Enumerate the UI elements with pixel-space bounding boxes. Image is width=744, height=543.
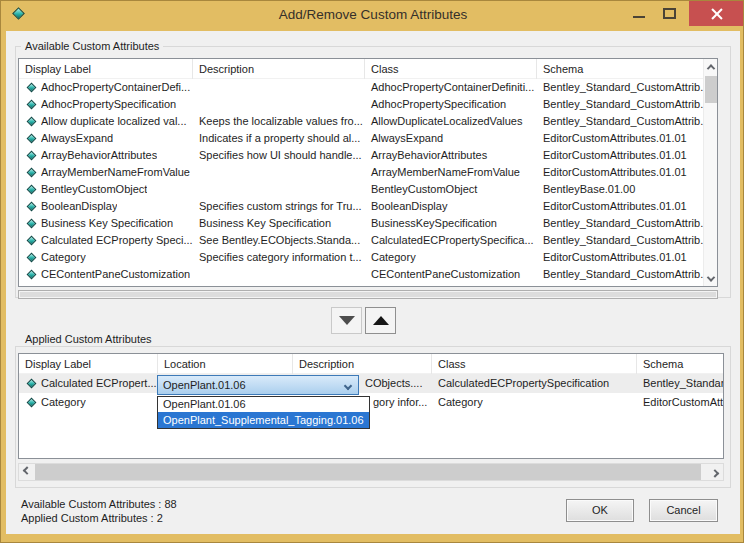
available-horizontal-scrollbar[interactable] bbox=[18, 290, 718, 299]
description-cell bbox=[193, 79, 365, 96]
scrollbar-thumb[interactable] bbox=[705, 76, 717, 103]
header-class[interactable]: Class bbox=[432, 354, 637, 374]
display-label-cell: Calculated ECProperty Speci... bbox=[41, 232, 193, 249]
table-row[interactable]: AdhocPropertyContainerDefi... AdhocPrope… bbox=[19, 79, 717, 96]
display-label-cell: BooleanDisplay bbox=[41, 198, 117, 215]
applied-table: Display Label Location Description Class… bbox=[18, 353, 724, 459]
applied-horizontal-scrollbar[interactable] bbox=[18, 463, 724, 481]
schema-cell: EditorCustomAttributes.01.01 bbox=[537, 198, 703, 215]
class-cell: AllowDuplicateLocalizedValues bbox=[365, 113, 537, 130]
ok-button[interactable]: OK bbox=[566, 499, 634, 522]
available-count-text: Available Custom Attributes : 88 bbox=[21, 498, 177, 510]
minimize-button[interactable] bbox=[625, 1, 653, 26]
display-label-cell: Calculated ECPropert... bbox=[41, 374, 157, 393]
description-cell bbox=[193, 266, 365, 283]
display-label-cell: Category bbox=[41, 249, 86, 266]
scroll-left-button[interactable] bbox=[19, 464, 35, 480]
header-location[interactable]: Location bbox=[158, 354, 293, 374]
display-label-cell: ArrayMemberNameFromValue bbox=[41, 164, 190, 181]
table-row[interactable]: AdhocPropertySpecification AdhocProperty… bbox=[19, 96, 717, 113]
chevron-up-icon bbox=[707, 64, 715, 72]
up-arrow-icon bbox=[373, 316, 389, 325]
description-cell: Specifies how UI should handle... bbox=[193, 147, 365, 164]
schema-cell: BentleyBase.01.00 bbox=[537, 181, 703, 198]
scrollbar-thumb[interactable] bbox=[20, 292, 716, 297]
table-row[interactable]: BentleyCustomObject BentleyCustomObject … bbox=[19, 181, 717, 198]
class-cell: ArrayMemberNameFromValue bbox=[365, 164, 537, 181]
class-cell: CalculatedECPropertySpecifica... bbox=[365, 232, 537, 249]
display-label-cell: CEContentPaneCustomization bbox=[41, 266, 190, 283]
description-cell: See Bentley.ECObjects.Standa... bbox=[193, 232, 365, 249]
header-class[interactable]: Class bbox=[365, 59, 537, 79]
schema-cell: Bentley_Standard_CustomAttrib... bbox=[537, 266, 703, 283]
header-description[interactable]: Description bbox=[193, 59, 365, 79]
display-label-cell: ArrayBehaviorAttributes bbox=[41, 147, 157, 164]
table-row[interactable]: CEContentPaneCustomization CEContentPane… bbox=[19, 266, 717, 283]
scrollbar-thumb[interactable] bbox=[35, 464, 701, 480]
vertical-scrollbar[interactable] bbox=[703, 59, 717, 286]
class-cell: BooleanDisplay bbox=[365, 198, 537, 215]
table-row[interactable]: Allow duplicate localized val... Keeps t… bbox=[19, 113, 717, 130]
attribute-diamond-icon bbox=[27, 219, 37, 229]
display-label-cell: AdhocPropertySpecification bbox=[41, 96, 176, 113]
header-display-label[interactable]: Display Label bbox=[19, 354, 158, 374]
description-cell: Specifies custom strings for Tru... bbox=[193, 198, 365, 215]
dialog-window: Add/Remove Custom Attributes Available C… bbox=[0, 0, 744, 543]
class-cell: CalculatedECPropertySpecification bbox=[432, 374, 637, 393]
class-cell: CEContentPaneCustomization bbox=[365, 266, 537, 283]
location-combobox-value: OpenPlant.01.06 bbox=[158, 376, 345, 395]
schema-cell: EditorCustomAttributes.01.01 bbox=[537, 249, 703, 266]
move-down-button[interactable] bbox=[331, 307, 362, 334]
class-cell: AdhocPropertySpecification bbox=[365, 96, 537, 113]
description-cell: Specifies category information t... bbox=[193, 249, 365, 266]
dropdown-option-highlighted[interactable]: OpenPlant_Supplemental_Tagging.01.06 bbox=[158, 412, 369, 428]
available-table: Display Label Description Class Schema A… bbox=[18, 58, 718, 287]
header-display-label[interactable]: Display Label bbox=[19, 59, 193, 79]
scroll-down-button[interactable] bbox=[704, 271, 718, 286]
close-button[interactable] bbox=[689, 1, 744, 26]
table-row[interactable]: AlwaysExpand Indicates if a property sho… bbox=[19, 130, 717, 147]
class-cell: BusinessKeySpecification bbox=[365, 215, 537, 232]
schema-cell: EditorCustomAttrib bbox=[637, 393, 723, 412]
schema-cell: EditorCustomAttributes.01.01 bbox=[537, 147, 703, 164]
table-row[interactable]: ArrayMemberNameFromValue ArrayMemberName… bbox=[19, 164, 717, 181]
class-cell: AlwaysExpand bbox=[365, 130, 537, 147]
header-description[interactable]: Description bbox=[293, 354, 432, 374]
chevron-down-icon bbox=[344, 382, 352, 390]
applied-table-header: Display Label Location Description Class… bbox=[19, 354, 723, 374]
description-cell bbox=[193, 164, 365, 181]
available-table-header: Display Label Description Class Schema bbox=[19, 59, 717, 79]
header-schema[interactable]: Schema bbox=[637, 354, 723, 374]
chevron-down-icon bbox=[707, 273, 715, 281]
table-row[interactable]: ArrayBehaviorAttributes Specifies how UI… bbox=[19, 147, 717, 164]
display-label-cell: BentleyCustomObject bbox=[41, 181, 147, 198]
schema-cell: EditorCustomAttributes.01.01 bbox=[537, 130, 703, 147]
class-cell: BentleyCustomObject bbox=[365, 181, 537, 198]
maximize-button[interactable] bbox=[656, 1, 684, 26]
schema-cell: EditorCustomAttributes.01.01 bbox=[537, 164, 703, 181]
attribute-diamond-icon bbox=[27, 379, 37, 389]
chevron-right-icon bbox=[711, 469, 719, 477]
scroll-up-button[interactable] bbox=[704, 59, 718, 74]
attribute-diamond-icon bbox=[27, 202, 37, 212]
table-row[interactable]: Calculated ECProperty Speci... See Bentl… bbox=[19, 232, 717, 249]
attribute-diamond-icon bbox=[27, 151, 37, 161]
attribute-diamond-icon bbox=[27, 253, 37, 263]
class-cell: Category bbox=[365, 249, 537, 266]
dropdown-option[interactable]: OpenPlant.01.06 bbox=[158, 397, 369, 412]
cancel-button[interactable]: Cancel bbox=[649, 499, 718, 522]
table-row[interactable]: Business Key Specification Business Key … bbox=[19, 215, 717, 232]
move-up-button[interactable] bbox=[365, 307, 396, 334]
header-schema[interactable]: Schema bbox=[537, 59, 703, 79]
description-cell: Business Key Specification bbox=[193, 215, 365, 232]
table-row[interactable]: BooleanDisplay Specifies custom strings … bbox=[19, 198, 717, 215]
location-combobox[interactable]: OpenPlant.01.06 bbox=[157, 375, 359, 395]
table-row[interactable]: Category gory infor... Category EditorCu… bbox=[19, 393, 723, 412]
table-row[interactable]: Category Specifies category information … bbox=[19, 249, 717, 266]
attribute-diamond-icon bbox=[27, 236, 37, 246]
scroll-right-button[interactable] bbox=[707, 464, 723, 480]
location-dropdown-list: OpenPlant.01.06 OpenPlant_Supplemental_T… bbox=[157, 396, 370, 429]
display-label-cell: Business Key Specification bbox=[41, 215, 173, 232]
table-row[interactable]: Calculated ECPropert... CObjects.... Cal… bbox=[19, 374, 723, 393]
schema-cell: Bentley_Standard_CustomAttrib... bbox=[537, 232, 703, 249]
